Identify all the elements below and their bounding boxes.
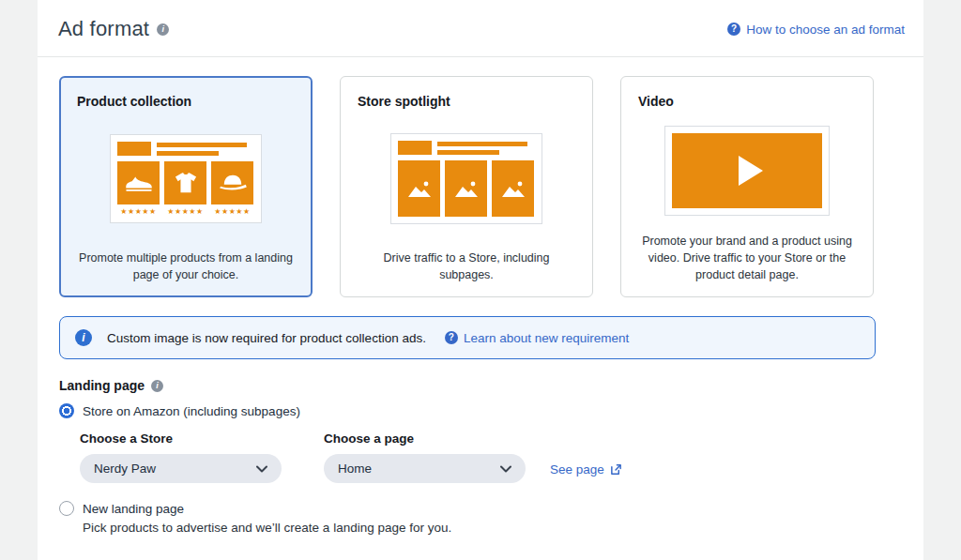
logo-rect	[398, 141, 432, 155]
learn-link-label: Learn about new requirement	[464, 331, 629, 345]
card-product-collection[interactable]: Product collection	[59, 76, 313, 297]
info-icon[interactable]: i	[151, 380, 163, 392]
info-icon: i	[75, 329, 92, 346]
question-icon: ?	[445, 331, 458, 344]
image-icon	[452, 178, 480, 199]
card-description: Promote your brand and a product using v…	[638, 233, 856, 283]
choose-store-label: Choose a Store	[80, 431, 282, 446]
choose-page-label: Choose a page	[324, 431, 526, 446]
video-screen	[672, 133, 822, 208]
image-icon	[405, 178, 434, 199]
product-tile	[117, 161, 160, 204]
radio-new-landing-page[interactable]: New landing page	[59, 501, 923, 516]
banner-message: Custom image is now required for product…	[107, 331, 426, 345]
card-description: Drive traffic to a Store, including subp…	[358, 250, 575, 283]
section-content: Product collection	[38, 57, 923, 535]
video-illustration	[638, 109, 856, 233]
new-landing-page-description: Pick products to advertise and we’ll cre…	[83, 521, 923, 535]
question-icon: ?	[727, 23, 740, 36]
store-tile	[445, 160, 487, 217]
image-icon	[499, 178, 527, 199]
product-tile	[211, 161, 253, 204]
logo-rect	[117, 142, 151, 156]
text-bar	[437, 150, 499, 155]
see-page-label: See page	[550, 462, 604, 477]
text-bar	[157, 143, 247, 147]
ad-format-panel: Ad format i ? How to choose an ad format…	[38, 0, 923, 560]
chevron-down-icon	[256, 465, 267, 473]
card-video[interactable]: Video Promote your brand and a product u…	[620, 76, 874, 297]
landing-page-title: Landing page	[59, 378, 145, 393]
radio-unselected-icon[interactable]	[59, 501, 74, 516]
play-icon	[739, 156, 763, 186]
product-tile	[164, 161, 206, 204]
stars-icon: ★★★★★	[120, 207, 156, 216]
card-title: Video	[638, 94, 856, 109]
how-to-choose-link[interactable]: ? How to choose an ad format	[727, 23, 905, 37]
store-tile	[492, 160, 534, 217]
chevron-down-icon	[500, 465, 511, 473]
custom-image-banner: i Custom image is now required for produ…	[59, 316, 876, 359]
radio-store-label: Store on Amazon (including subpages)	[83, 404, 300, 418]
tshirt-icon	[172, 172, 200, 194]
radio-store-on-amazon[interactable]: Store on Amazon (including subpages)	[59, 403, 923, 418]
cap-icon	[217, 172, 249, 194]
radio-new-label: New landing page	[83, 502, 184, 516]
learn-about-requirement-link[interactable]: ? Learn about new requirement	[445, 331, 629, 345]
store-spotlight-illustration	[358, 109, 575, 250]
info-icon[interactable]: i	[157, 23, 169, 36]
card-description: Promote multiple products from a landing…	[77, 250, 295, 283]
how-to-choose-link-label: How to choose an ad format	[746, 23, 905, 37]
ad-format-cards: Product collection	[59, 76, 923, 297]
see-page-link[interactable]: See page	[550, 462, 622, 477]
card-store-spotlight[interactable]: Store spotlight	[340, 76, 593, 297]
page-select-dropdown[interactable]: Home	[324, 454, 526, 483]
store-select-value: Nerdy Paw	[94, 462, 156, 476]
page-title: Ad format	[58, 17, 149, 41]
card-title: Product collection	[77, 94, 295, 109]
store-select-dropdown[interactable]: Nerdy Paw	[80, 454, 282, 483]
card-title: Store spotlight	[358, 94, 575, 109]
store-tile	[398, 160, 440, 217]
shoe-icon	[123, 173, 155, 193]
stars-icon: ★★★★★	[214, 207, 250, 216]
product-collection-illustration: ★★★★★ ★★★★★	[77, 109, 295, 250]
text-bar	[437, 142, 527, 146]
stars-icon: ★★★★★	[167, 207, 203, 216]
external-link-icon	[610, 463, 622, 476]
page-select-value: Home	[338, 462, 372, 476]
text-bar	[157, 151, 219, 156]
section-header: Ad format i ? How to choose an ad format	[38, 0, 923, 57]
radio-selected-icon[interactable]	[59, 403, 74, 418]
